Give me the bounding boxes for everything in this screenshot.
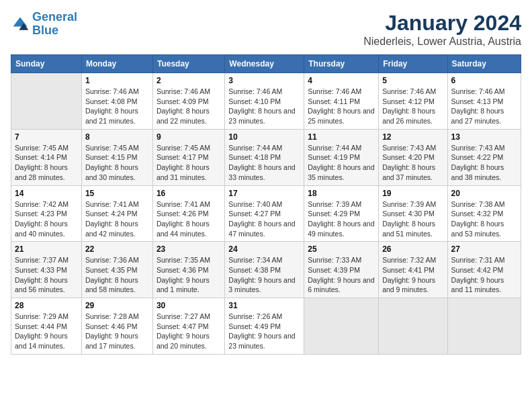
day-number: 11 (308, 132, 375, 142)
calendar-cell: 15Sunrise: 7:41 AMSunset: 4:24 PMDayligh… (81, 185, 152, 242)
calendar-cell: 28Sunrise: 7:29 AMSunset: 4:44 PMDayligh… (11, 298, 82, 355)
day-number: 23 (157, 244, 221, 254)
calendar-cell: 11Sunrise: 7:44 AMSunset: 4:19 PMDayligh… (304, 129, 379, 185)
day-number: 13 (451, 132, 517, 142)
day-number: 25 (308, 244, 375, 254)
day-number: 1 (85, 76, 149, 85)
calendar-cell: 18Sunrise: 7:39 AMSunset: 4:29 PMDayligh… (304, 185, 379, 242)
calendar-cell: 25Sunrise: 7:33 AMSunset: 4:39 PMDayligh… (304, 242, 379, 298)
calendar-cell: 26Sunrise: 7:32 AMSunset: 4:41 PMDayligh… (379, 242, 447, 298)
day-info: Sunrise: 7:33 AMSunset: 4:39 PMDaylight:… (308, 255, 375, 295)
calendar-cell: 13Sunrise: 7:43 AMSunset: 4:22 PMDayligh… (447, 129, 521, 185)
day-info: Sunrise: 7:42 AMSunset: 4:23 PMDaylight:… (15, 199, 78, 239)
day-number: 15 (85, 189, 149, 198)
day-number: 30 (157, 301, 221, 310)
calendar-cell: 7Sunrise: 7:45 AMSunset: 4:14 PMDaylight… (11, 129, 82, 185)
day-info: Sunrise: 7:41 AMSunset: 4:26 PMDaylight:… (157, 199, 221, 239)
calendar-cell: 20Sunrise: 7:38 AMSunset: 4:32 PMDayligh… (447, 185, 521, 242)
calendar-cell: 21Sunrise: 7:37 AMSunset: 4:33 PMDayligh… (11, 242, 82, 298)
calendar-title: January 2024 (363, 11, 521, 36)
calendar-week-row: 28Sunrise: 7:29 AMSunset: 4:44 PMDayligh… (11, 298, 521, 355)
calendar-cell: 8Sunrise: 7:45 AMSunset: 4:15 PMDaylight… (81, 129, 152, 185)
day-info: Sunrise: 7:28 AMSunset: 4:46 PMDaylight:… (85, 312, 149, 351)
day-number: 28 (15, 301, 78, 310)
calendar-week-row: 21Sunrise: 7:37 AMSunset: 4:33 PMDayligh… (11, 242, 521, 298)
day-info: Sunrise: 7:45 AMSunset: 4:14 PMDaylight:… (15, 143, 78, 183)
title-area: January 2024 Niederleis, Lower Austria, … (363, 11, 521, 48)
day-number: 4 (308, 76, 375, 85)
day-info: Sunrise: 7:46 AMSunset: 4:08 PMDaylight:… (85, 87, 149, 126)
day-info: Sunrise: 7:46 AMSunset: 4:12 PMDaylight:… (382, 87, 443, 126)
calendar-cell: 12Sunrise: 7:43 AMSunset: 4:20 PMDayligh… (379, 129, 447, 185)
day-info: Sunrise: 7:32 AMSunset: 4:41 PMDaylight:… (382, 255, 443, 295)
logo: General Blue (11, 11, 77, 38)
day-info: Sunrise: 7:29 AMSunset: 4:44 PMDaylight:… (15, 312, 78, 351)
day-info: Sunrise: 7:43 AMSunset: 4:20 PMDaylight:… (382, 143, 443, 183)
calendar-cell (447, 298, 521, 355)
calendar-cell: 6Sunrise: 7:46 AMSunset: 4:13 PMDaylight… (447, 73, 521, 130)
day-info: Sunrise: 7:46 AMSunset: 4:11 PMDaylight:… (308, 87, 375, 126)
day-number: 24 (228, 244, 300, 254)
day-number: 20 (451, 189, 517, 198)
calendar-cell: 29Sunrise: 7:28 AMSunset: 4:46 PMDayligh… (81, 298, 152, 355)
day-info: Sunrise: 7:36 AMSunset: 4:35 PMDaylight:… (85, 255, 149, 295)
calendar-week-row: 7Sunrise: 7:45 AMSunset: 4:14 PMDaylight… (11, 129, 521, 185)
day-number: 7 (15, 132, 78, 142)
day-info: Sunrise: 7:37 AMSunset: 4:33 PMDaylight:… (15, 255, 78, 295)
calendar-cell: 5Sunrise: 7:46 AMSunset: 4:12 PMDaylight… (379, 73, 447, 130)
calendar-cell: 19Sunrise: 7:39 AMSunset: 4:30 PMDayligh… (379, 185, 447, 242)
page-header: General Blue January 2024 Niederleis, Lo… (11, 11, 521, 48)
calendar-cell (304, 298, 379, 355)
day-info: Sunrise: 7:44 AMSunset: 4:19 PMDaylight:… (308, 143, 375, 183)
day-info: Sunrise: 7:46 AMSunset: 4:10 PMDaylight:… (228, 87, 300, 126)
day-info: Sunrise: 7:41 AMSunset: 4:24 PMDaylight:… (85, 199, 149, 239)
day-number: 27 (451, 244, 517, 254)
weekday-header-row: SundayMondayTuesdayWednesdayThursdayFrid… (11, 55, 521, 73)
day-number: 31 (228, 301, 300, 310)
weekday-header: Wednesday (225, 55, 304, 73)
calendar-cell (379, 298, 447, 355)
day-info: Sunrise: 7:46 AMSunset: 4:09 PMDaylight:… (157, 87, 221, 126)
calendar-cell: 1Sunrise: 7:46 AMSunset: 4:08 PMDaylight… (81, 73, 152, 130)
calendar-cell: 14Sunrise: 7:42 AMSunset: 4:23 PMDayligh… (11, 185, 82, 242)
calendar-cell: 16Sunrise: 7:41 AMSunset: 4:26 PMDayligh… (152, 185, 224, 242)
calendar-week-row: 14Sunrise: 7:42 AMSunset: 4:23 PMDayligh… (11, 185, 521, 242)
weekday-header: Sunday (11, 55, 82, 73)
day-info: Sunrise: 7:45 AMSunset: 4:15 PMDaylight:… (85, 143, 149, 183)
day-number: 2 (157, 76, 221, 85)
calendar-cell: 23Sunrise: 7:35 AMSunset: 4:36 PMDayligh… (152, 242, 224, 298)
day-number: 14 (15, 189, 78, 198)
day-info: Sunrise: 7:44 AMSunset: 4:18 PMDaylight:… (228, 143, 300, 183)
weekday-header: Thursday (304, 55, 379, 73)
day-info: Sunrise: 7:46 AMSunset: 4:13 PMDaylight:… (451, 87, 517, 126)
day-number: 19 (382, 189, 443, 198)
calendar-cell: 9Sunrise: 7:45 AMSunset: 4:17 PMDaylight… (152, 129, 224, 185)
day-number: 26 (382, 244, 443, 254)
day-info: Sunrise: 7:45 AMSunset: 4:17 PMDaylight:… (157, 143, 221, 183)
day-number: 18 (308, 189, 375, 198)
day-number: 6 (451, 76, 517, 85)
day-number: 22 (85, 244, 149, 254)
weekday-header: Monday (81, 55, 152, 73)
calendar-cell: 2Sunrise: 7:46 AMSunset: 4:09 PMDaylight… (152, 73, 224, 130)
day-info: Sunrise: 7:26 AMSunset: 4:49 PMDaylight:… (228, 312, 300, 351)
day-number: 10 (228, 132, 300, 142)
calendar-cell (11, 73, 82, 130)
day-info: Sunrise: 7:40 AMSunset: 4:27 PMDaylight:… (228, 199, 300, 239)
weekday-header: Tuesday (152, 55, 224, 73)
day-number: 17 (228, 189, 300, 198)
day-number: 3 (228, 76, 300, 85)
calendar-table: SundayMondayTuesdayWednesdayThursdayFrid… (11, 54, 521, 355)
day-number: 9 (157, 132, 221, 142)
calendar-week-row: 1Sunrise: 7:46 AMSunset: 4:08 PMDaylight… (11, 73, 521, 130)
calendar-cell: 10Sunrise: 7:44 AMSunset: 4:18 PMDayligh… (225, 129, 304, 185)
day-number: 12 (382, 132, 443, 142)
calendar-cell: 3Sunrise: 7:46 AMSunset: 4:10 PMDaylight… (225, 73, 304, 130)
day-number: 21 (15, 244, 78, 254)
day-number: 5 (382, 76, 443, 85)
day-info: Sunrise: 7:27 AMSunset: 4:47 PMDaylight:… (157, 312, 221, 351)
day-info: Sunrise: 7:31 AMSunset: 4:42 PMDaylight:… (451, 255, 517, 295)
logo-text: General Blue (32, 11, 77, 38)
logo-icon (11, 15, 30, 34)
weekday-header: Saturday (447, 55, 521, 73)
